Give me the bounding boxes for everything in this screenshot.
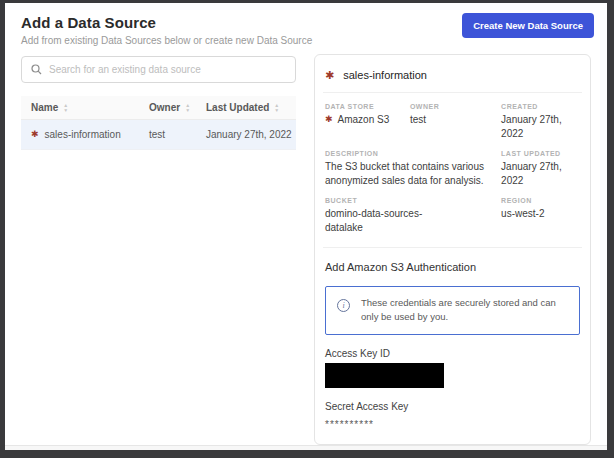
detail-card-header: ✱ sales-information — [323, 59, 582, 93]
column-label: Last Updated — [206, 102, 269, 113]
create-new-data-source-button[interactable]: Create New Data Source — [462, 13, 594, 38]
dialog-footer: Cancel Add to Project — [5, 445, 607, 458]
s3-data-source-icon: ✱ — [325, 115, 333, 124]
field-label: DATA STORE — [325, 103, 404, 110]
alert-text: These credentials are securely stored an… — [361, 296, 568, 325]
s3-data-source-icon: ✱ — [325, 70, 334, 81]
caret-down-icon: ▼ — [274, 108, 279, 113]
search-icon — [31, 64, 42, 75]
auth-section-title: Add Amazon S3 Authentication — [325, 261, 580, 273]
table-row-sales-information[interactable]: ✱ sales-information test January 27th, 2… — [21, 120, 296, 150]
field-created: CREATED January 27th, 2022 — [501, 103, 580, 140]
field-value: January 27th, 2022 — [501, 113, 580, 140]
field-value: test — [410, 113, 495, 127]
field-label: REGION — [501, 197, 580, 204]
field-bucket: BUCKET domino-data-sources-datalake — [325, 197, 495, 234]
field-data-store: DATA STORE ✱ Amazon S3 — [325, 103, 404, 140]
row-last-updated: January 27th, 2022 — [206, 129, 296, 140]
field-label: BUCKET — [325, 197, 495, 204]
credentials-info-alert: i These credentials are securely stored … — [325, 286, 580, 335]
field-value: January 27th, 2022 — [501, 160, 580, 187]
secret-access-key-label: Secret Access Key — [325, 401, 580, 412]
add-data-source-dialog: Add a Data Source Add from existing Data… — [0, 0, 614, 458]
column-header-owner[interactable]: Owner ▲ ▼ — [149, 102, 206, 113]
field-label: DESCRIPTION — [325, 150, 495, 157]
search-box[interactable] — [21, 56, 296, 83]
search-input[interactable] — [49, 64, 286, 75]
data-source-detail-card: ✱ sales-information DATA STORE ✱ Amazon … — [314, 54, 591, 445]
secret-access-key-value[interactable]: ********** — [325, 419, 580, 430]
s3-data-source-icon: ✱ — [31, 130, 39, 139]
detail-fields-grid: DATA STORE ✱ Amazon S3 OWNER test CREATE… — [323, 93, 582, 248]
auth-section: Add Amazon S3 Authentication i These cre… — [323, 248, 582, 430]
column-label: Name — [31, 102, 58, 113]
column-label: Owner — [149, 102, 180, 113]
field-owner: OWNER test — [410, 103, 495, 140]
row-name: sales-information — [45, 129, 121, 140]
info-circle-icon: i — [337, 299, 350, 312]
sort-carets-icon[interactable]: ▲ ▼ — [185, 103, 190, 112]
field-last-updated: LAST UPDATED January 27th, 2022 — [501, 150, 580, 187]
field-label: CREATED — [501, 103, 580, 110]
table-header-row: Name ▲ ▼ Owner ▲ ▼ Last Updated — [21, 96, 296, 120]
row-owner: test — [149, 129, 206, 140]
access-key-id-field-redacted[interactable] — [325, 363, 444, 388]
dialog-body: Name ▲ ▼ Owner ▲ ▼ Last Updated — [5, 50, 607, 445]
column-header-last-updated[interactable]: Last Updated ▲ ▼ — [206, 102, 296, 113]
field-value: us-west-2 — [501, 207, 580, 221]
field-region: REGION us-west-2 — [501, 197, 580, 234]
field-label: OWNER — [410, 103, 495, 110]
field-label: LAST UPDATED — [501, 150, 580, 157]
sort-carets-icon[interactable]: ▲ ▼ — [63, 103, 68, 112]
access-key-id-label: Access Key ID — [325, 348, 580, 359]
add-to-project-button[interactable]: Add to Project — [500, 451, 592, 458]
caret-down-icon: ▼ — [185, 108, 190, 113]
sort-carets-icon[interactable]: ▲ ▼ — [274, 103, 279, 112]
column-header-name[interactable]: Name ▲ ▼ — [31, 102, 149, 113]
field-value: domino-data-sources-datalake — [325, 207, 437, 234]
dialog-header: Add a Data Source Add from existing Data… — [5, 3, 607, 50]
caret-down-icon: ▼ — [63, 108, 68, 113]
field-value: Amazon S3 — [338, 113, 390, 127]
field-value: The S3 bucket that contains various anon… — [325, 160, 495, 187]
detail-title: sales-information — [343, 69, 427, 81]
field-description: DESCRIPTION The S3 bucket that contains … — [325, 150, 495, 187]
row-name-cell: ✱ sales-information — [31, 129, 149, 140]
existing-sources-panel: Name ▲ ▼ Owner ▲ ▼ Last Updated — [21, 56, 296, 150]
